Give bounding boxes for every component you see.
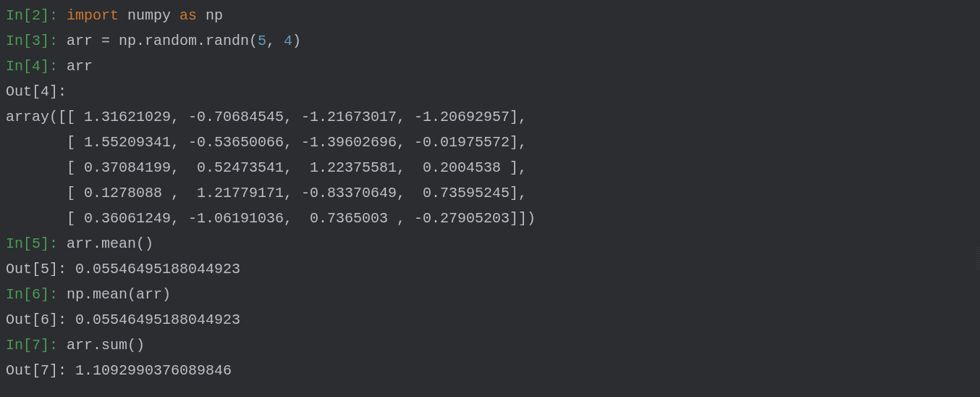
input-prompt: In[7]: xyxy=(6,337,67,354)
code-text xyxy=(119,7,127,24)
input-prompt: In[2]: xyxy=(6,7,67,24)
input-prompt: In[6]: xyxy=(6,286,67,303)
code-text: arr.sum() xyxy=(67,337,145,354)
code-text: , xyxy=(266,33,284,49)
output-line: [ 0.1278088 , 1.21779171, -0.83370649, 0… xyxy=(6,180,974,206)
output-prompt: Out[6]: xyxy=(6,312,75,328)
code-text: ) xyxy=(292,33,301,49)
output-line: [ 0.37084199, 0.52473541, 1.22375581, 0.… xyxy=(6,155,974,180)
code-text: np.mean(arr) xyxy=(67,286,171,303)
code-text: arr xyxy=(67,58,93,75)
keyword-import: import xyxy=(67,7,119,24)
code-text: arr.mean() xyxy=(67,235,153,252)
input-cell: In[5]: arr.mean() xyxy=(6,231,974,256)
output-prompt: Out[5]: xyxy=(6,261,75,277)
input-prompt: In[4]: xyxy=(6,58,67,75)
output-cell: Out[5]: 0.05546495188044923 xyxy=(6,256,974,282)
code-text xyxy=(197,7,206,24)
output-cell: Out[7]: 1.1092990376089846 xyxy=(6,358,974,383)
output-value: 0.05546495188044923 xyxy=(75,261,240,277)
output-cell: Out[6]: 0.05546495188044923 xyxy=(6,307,974,333)
input-cell: In[7]: arr.sum() xyxy=(6,333,974,358)
input-cell: In[6]: np.mean(arr) xyxy=(6,282,974,307)
output-value: 0.05546495188044923 xyxy=(75,312,240,328)
input-cell: In[3]: arr = np.random.randn(5, 4) xyxy=(6,28,974,54)
output-value: 1.1092990376089846 xyxy=(75,362,232,379)
output-line: [ 1.55209341, -0.53650066, -1.39602696, … xyxy=(6,130,974,155)
output-line: array([[ 1.31621029, -0.70684545, -1.216… xyxy=(6,104,974,130)
number-literal: 5 xyxy=(258,33,266,49)
scrollbar-handle[interactable] xyxy=(976,246,979,269)
output-prompt: Out[4]: xyxy=(6,83,67,100)
output-label-line: Out[4]: xyxy=(6,79,974,104)
code-text: np xyxy=(206,7,223,24)
code-text: numpy xyxy=(127,7,171,24)
number-literal: 4 xyxy=(284,33,292,49)
input-cell: In[2]: import numpy as np xyxy=(6,3,974,28)
code-text: arr = np.random.randn( xyxy=(67,33,258,49)
input-cell: In[4]: arr xyxy=(6,54,974,79)
repl-console[interactable]: In[2]: import numpy as np In[3]: arr = n… xyxy=(6,3,974,383)
keyword-as: as xyxy=(179,7,197,24)
output-line: [ 0.36061249, -1.06191036, 0.7365003 , -… xyxy=(6,206,974,231)
code-text xyxy=(171,7,179,24)
input-prompt: In[3]: xyxy=(6,33,67,49)
input-prompt: In[5]: xyxy=(6,235,67,252)
output-prompt: Out[7]: xyxy=(6,362,75,379)
